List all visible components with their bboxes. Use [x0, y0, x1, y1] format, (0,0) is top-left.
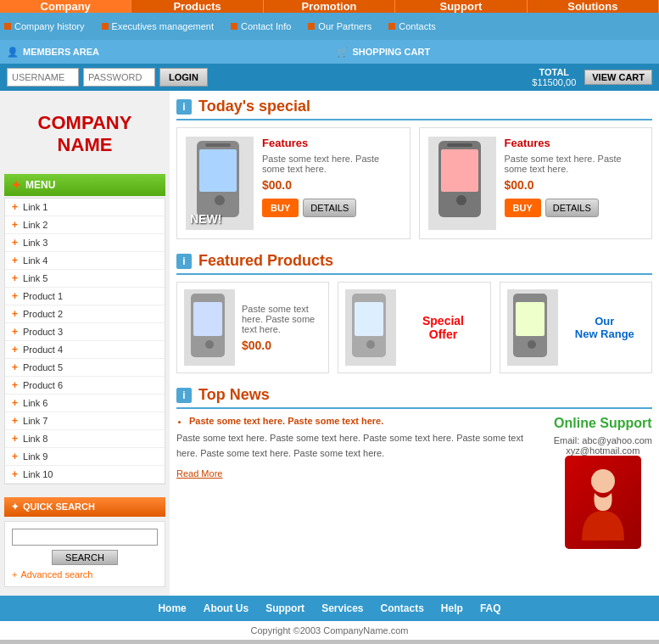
svg-rect-9	[193, 302, 222, 336]
main-wrapper: COMPANYNAME ✦ MENU Link 1 Link 2 Link 3 …	[0, 91, 659, 596]
info-icon-special: i	[176, 99, 192, 115]
footer-support[interactable]: Support	[265, 602, 304, 614]
menu-header: ✦ MENU	[4, 174, 165, 196]
info-icon-news: i	[176, 388, 192, 403]
list-item[interactable]: Product 4	[5, 341, 165, 359]
search-button[interactable]: SEARCH	[52, 550, 118, 565]
svg-point-16	[528, 340, 536, 349]
shopping-cart-label: SHOPPING CART	[353, 47, 431, 57]
featured-info-3: OurNew Range	[565, 315, 645, 340]
sidebar-menu: Link 1 Link 2 Link 3 Link 4 Link 5 Produ…	[4, 198, 165, 484]
product-buttons-1: BUY DETAILS	[262, 199, 401, 217]
subnav-our-partners[interactable]: Our Partners	[308, 21, 371, 31]
featured-products-grid: Paste some text here. Paste some text he…	[176, 282, 652, 373]
footer-faq[interactable]: FAQ	[480, 602, 501, 614]
buy-button-2[interactable]: BUY	[505, 199, 541, 217]
nav-solutions[interactable]: Solutions	[528, 0, 659, 13]
read-more-link[interactable]: Read More	[176, 468, 222, 479]
login-button[interactable]: LOGIN	[159, 68, 208, 87]
featured-info-2: SpecialOffer	[403, 314, 483, 341]
sidebar: COMPANYNAME ✦ MENU Link 1 Link 2 Link 3 …	[0, 91, 170, 596]
list-item[interactable]: Link 9	[5, 448, 165, 466]
footer-home[interactable]: Home	[158, 602, 186, 614]
list-item[interactable]: Link 8	[5, 430, 165, 448]
list-item[interactable]: Link 10	[5, 466, 165, 484]
footer-help[interactable]: Help	[441, 602, 463, 614]
svg-rect-12	[355, 302, 383, 336]
footer-services[interactable]: Services	[321, 602, 363, 614]
cart-area: 🛒 SHOPPING CART	[330, 40, 660, 64]
list-item[interactable]: Link 1	[5, 199, 165, 216]
todays-special-title: Today's special	[198, 98, 310, 115]
search-input[interactable]	[12, 529, 158, 546]
search-box: SEARCH Advanced search	[4, 521, 165, 587]
subnav-executives[interactable]: Executives management	[102, 21, 214, 31]
nav-support[interactable]: Support	[395, 0, 527, 13]
username-input[interactable]	[7, 68, 79, 87]
list-item[interactable]: Link 4	[5, 252, 165, 270]
footer-about[interactable]: About Us	[204, 602, 249, 614]
featured-price-1: $00.0	[242, 339, 321, 352]
list-item[interactable]: Product 2	[5, 305, 165, 323]
sub-navigation: Company history Executives management Co…	[0, 13, 659, 40]
news-body: Paste some text here. Paste some text he…	[176, 431, 541, 461]
svg-point-6	[456, 195, 466, 205]
todays-special-grid: NEW! Features Paste some text here. Past…	[176, 127, 652, 239]
featured-image-2	[345, 289, 396, 366]
cart-summary: TOTAL $11500,00 VIEW CART	[532, 67, 652, 87]
list-item[interactable]: Product 3	[5, 323, 165, 341]
product-title-1: Features	[262, 137, 401, 149]
special-product-2: Features Paste some text here. Paste som…	[419, 127, 653, 239]
list-item[interactable]: Link 7	[5, 412, 165, 430]
nav-promotion[interactable]: Promotion	[264, 0, 395, 13]
view-cart-button[interactable]: VIEW CART	[584, 70, 652, 85]
plus-icon: ✦	[11, 178, 21, 192]
details-button-1[interactable]: DETAILS	[303, 199, 356, 217]
password-input[interactable]	[83, 68, 155, 87]
members-area-label: MEMBERS AREA	[23, 47, 99, 57]
company-logo: COMPANYNAME	[4, 99, 165, 174]
support-person-image	[565, 456, 641, 549]
footer-navigation: Home About Us Support Services Contacts …	[0, 596, 659, 621]
list-item[interactable]: Link 5	[5, 270, 165, 288]
login-bar: LOGIN TOTAL $11500,00 VIEW CART	[0, 64, 659, 91]
members-bar: 👤 MEMBERS AREA 🛒 SHOPPING CART	[0, 40, 659, 64]
buy-button-1[interactable]: BUY	[262, 199, 299, 217]
svg-rect-5	[441, 149, 478, 192]
special-product-1: NEW! Features Paste some text here. Past…	[176, 127, 410, 239]
top-news-title: Top News	[198, 386, 270, 404]
featured-info-1: Paste some text here. Paste some text he…	[242, 304, 321, 352]
news-content: Paste some text here. Paste some text he…	[176, 416, 541, 549]
plus-icon-search: ✦	[11, 501, 19, 512]
product-price-1: $00.0	[262, 178, 401, 192]
details-button-2[interactable]: DETAILS	[545, 199, 599, 217]
new-badge-1: NEW!	[190, 212, 221, 226]
support-email-label: Email: abc@yahoo.com	[554, 435, 652, 445]
list-item[interactable]: Link 3	[5, 234, 165, 252]
list-item[interactable]: Product 5	[5, 359, 165, 377]
product-desc-1: Paste some text here. Paste some text he…	[262, 154, 401, 174]
new-range-text: OurNew Range	[565, 315, 645, 340]
product-image-1: NEW!	[186, 137, 254, 230]
company-name: COMPANYNAME	[4, 112, 165, 157]
featured-phone-2	[348, 292, 394, 364]
svg-point-13	[366, 340, 375, 349]
news-bullet: Paste some text here. Paste some text he…	[176, 416, 541, 426]
list-item[interactable]: Product 1	[5, 288, 165, 305]
footer-contacts[interactable]: Contacts	[381, 602, 424, 614]
list-item[interactable]: Product 6	[5, 377, 165, 395]
subnav-contacts[interactable]: Contacts	[388, 21, 435, 31]
svg-rect-3	[205, 143, 231, 147]
list-item[interactable]: Link 2	[5, 216, 165, 234]
list-item[interactable]: Link 6	[5, 395, 165, 412]
subnav-contact-info[interactable]: Contact Info	[231, 21, 291, 31]
top-news-header: i Top News	[176, 386, 652, 409]
product-image-2	[428, 137, 496, 230]
nav-products[interactable]: Products	[131, 0, 263, 13]
person-icon: 👤	[7, 47, 19, 58]
nav-company[interactable]: Company	[0, 0, 131, 13]
subnav-company-history[interactable]: Company history	[4, 21, 85, 31]
support-email-2: xyz@hotmail.com	[554, 445, 652, 456]
person-svg	[573, 464, 633, 540]
advanced-search-link[interactable]: Advanced search	[12, 569, 158, 580]
